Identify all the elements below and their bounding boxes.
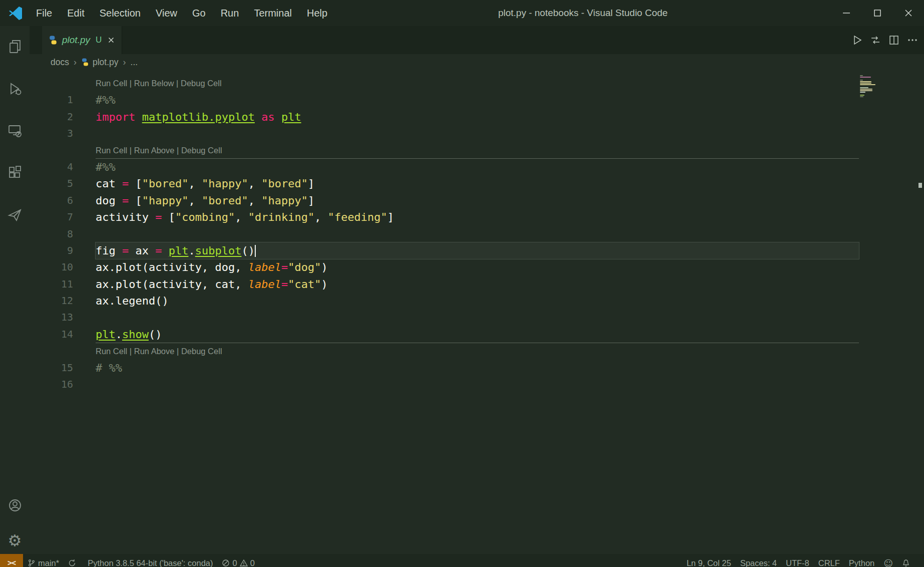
line-number[interactable]: 1 [30,92,73,108]
code-line-content[interactable]: dog = ["happy", "bored", "happy"] [96,192,859,209]
tab-close-icon[interactable] [108,37,115,44]
codelens-links[interactable]: Run Cell | Run Above | Debug Cell [96,343,859,359]
code-line-content[interactable]: import matplotlib.pyplot as plt [96,109,859,125]
line-number[interactable]: 14 [30,326,73,343]
maximize-icon[interactable] [862,0,893,26]
line-number[interactable]: 16 [30,376,73,393]
activity-bar-bottom: ⚙ [0,497,30,549]
language-label: Python [849,558,874,567]
code-line-content[interactable] [96,309,859,326]
activity-bar: ⚙ [0,26,30,567]
code-area[interactable]: Run Cell | Run Below | Debug Cell1#%%2im… [30,70,924,393]
token-pun [162,244,169,257]
cursor-position[interactable]: Ln 9, Col 25 [682,554,736,567]
code-line-15: 15# %% [30,360,924,376]
token-id: ax [136,244,149,257]
line-number[interactable]: 15 [30,360,73,376]
token-id: activity [149,278,202,291]
python-interpreter-button[interactable]: Python 3.8.5 64-bit ('base': conda) [83,554,217,567]
encoding[interactable]: UTF-8 [781,554,814,567]
codelens-links[interactable]: Run Cell | Run Below | Debug Cell [96,75,859,92]
code-line-content[interactable] [96,226,859,242]
token-id: ax [96,261,109,273]
explorer-icon[interactable] [7,38,24,55]
open-changes-icon[interactable] [869,34,882,47]
code-line-content[interactable]: cat = ["bored", "happy", "bored"] [96,175,859,192]
line-number[interactable]: 11 [30,276,73,293]
minimap[interactable] [860,75,883,99]
line-number[interactable]: 3 [30,125,73,142]
sync-button[interactable] [64,554,83,567]
code-line-content[interactable]: plt.show() [96,326,859,343]
menu-file[interactable]: File [29,8,60,19]
code-line-content[interactable] [96,125,859,142]
line-number[interactable]: 4 [30,159,73,175]
split-editor-icon[interactable] [887,34,900,47]
code-line-content[interactable] [96,376,859,393]
menu-help[interactable]: Help [299,8,335,19]
account-icon[interactable] [7,497,24,514]
token-pun: , [202,261,215,273]
line-number[interactable]: 6 [30,192,73,209]
menu-go[interactable]: Go [185,8,213,19]
token-pun: , [248,194,262,207]
settings-gear-icon[interactable]: ⚙ [7,532,24,549]
sync-icon [68,559,76,567]
eol-sequence[interactable]: CRLF [814,554,844,567]
paper-plane-icon[interactable] [7,206,24,223]
line-number[interactable]: 9 [30,242,73,259]
run-debug-icon[interactable] [7,80,24,97]
code-line-content[interactable]: activity = ["combing", "drinking", "feed… [96,209,859,225]
token-param: label [248,278,281,291]
menu-edit[interactable]: Edit [60,8,92,19]
breadcrumb-symbol[interactable]: ... [131,57,138,68]
feedback-smiley-icon[interactable]: ☺ [879,554,897,567]
run-file-icon[interactable] [850,34,863,47]
language-mode[interactable]: Python [844,554,879,567]
git-status-badge: U [96,35,102,45]
line-number[interactable]: 8 [30,226,73,242]
line-number[interactable]: 13 [30,309,73,326]
token-pun [149,211,155,223]
line-number[interactable]: 2 [30,109,73,125]
remote-indicator[interactable]: >< [0,554,23,567]
problems-button[interactable]: 0 0 [217,554,259,567]
extensions-icon[interactable] [7,164,24,181]
git-branch-button[interactable]: main* [23,554,64,567]
line-number [30,142,73,159]
minimize-icon[interactable] [831,0,862,26]
smiley-glyph: ☺ [883,558,893,567]
menu-selection[interactable]: Selection [92,8,148,19]
code-line-content[interactable]: ax.plot(activity, dog, label="dog") [96,259,859,275]
more-actions-icon[interactable] [906,34,919,47]
line-number[interactable]: 5 [30,175,73,192]
code-line-content[interactable]: ax.legend() [96,293,859,309]
close-icon[interactable] [893,0,924,26]
token-pun: () [155,295,169,307]
notifications-bell-icon[interactable] [897,554,917,567]
token-pun: , [235,211,248,223]
menu-run[interactable]: Run [213,8,247,19]
code-line-content[interactable]: ax.plot(activity, cat, label="cat") [96,276,859,293]
token-str: "feeding" [328,211,387,223]
line-number[interactable]: 12 [30,293,73,309]
tab-plot-py[interactable]: plot.py U [42,26,122,54]
menu-terminal[interactable]: Terminal [246,8,299,19]
code-line-content[interactable]: fig = ax = plt.subplot() [96,242,859,259]
code-line-content[interactable]: #%% [96,92,859,108]
breadcrumb-file[interactable]: plot.py [93,57,119,68]
menu-view[interactable]: View [148,8,185,19]
code-line-content[interactable]: # %% [96,360,859,376]
token-str: "dog" [288,261,321,273]
indentation[interactable]: Spaces: 4 [736,554,781,567]
token-str: "bored" [202,194,248,207]
token-id: fig [96,244,116,257]
line-number[interactable]: 10 [30,259,73,275]
code-line-content[interactable]: #%% [96,159,859,175]
codelens-links[interactable]: Run Cell | Run Above | Debug Cell [96,142,859,159]
breadcrumb-folder[interactable]: docs [51,57,69,68]
cursor-position-label: Ln 9, Col 25 [687,558,731,567]
token-param: label [248,261,281,273]
remote-explorer-icon[interactable] [7,122,24,139]
line-number[interactable]: 7 [30,209,73,225]
